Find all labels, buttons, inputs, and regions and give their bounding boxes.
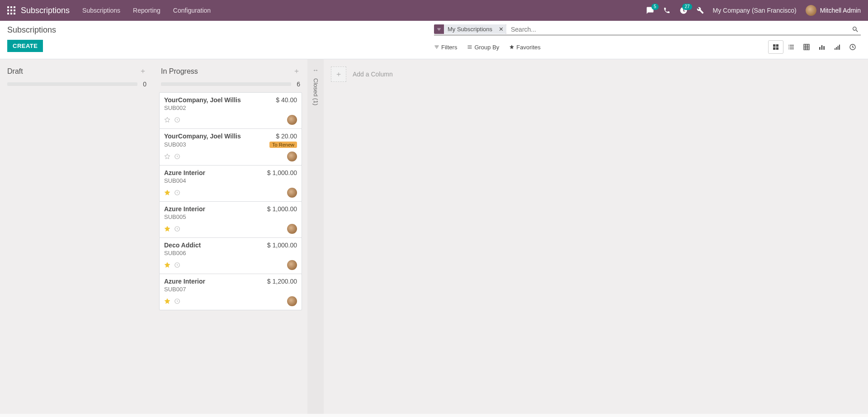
card-reference: SUB003 (164, 141, 186, 148)
priority-star[interactable] (164, 190, 170, 196)
facet-label: My Subscriptions (444, 24, 496, 34)
kanban-card[interactable]: Azure Interior $ 1,000.00 SUB004 (159, 165, 302, 202)
column-closed-folded[interactable]: ↔ Closed (1) (307, 59, 324, 414)
kanban-card[interactable]: YourCompany, Joel Willis $ 20.00 SUB003 … (159, 128, 302, 166)
activity-clock-icon[interactable] (174, 153, 180, 160)
create-button[interactable]: CREATE (7, 40, 43, 52)
apps-icon[interactable] (7, 6, 15, 14)
phone-icon[interactable] (663, 7, 670, 14)
column-quick-create[interactable]: ＋ (139, 66, 146, 76)
svg-rect-0 (7, 6, 9, 8)
activities-icon[interactable]: 27 (679, 6, 688, 14)
funnel-icon (434, 26, 444, 33)
main-navbar: Subscriptions Subscriptions Reporting Co… (0, 0, 868, 21)
priority-star[interactable] (164, 226, 170, 232)
svg-rect-18 (838, 46, 839, 50)
card-amount: $ 1,000.00 (267, 169, 297, 176)
kanban-card[interactable]: Deco Addict $ 1,000.00 SUB006 (159, 237, 302, 274)
svg-rect-17 (836, 47, 837, 50)
activity-clock-icon[interactable] (174, 190, 180, 196)
search-tools: Filters Group By Favorites (434, 44, 541, 51)
column-title[interactable]: Draft (7, 67, 139, 76)
column-count: 0 (141, 81, 146, 88)
search-area: My Subscriptions ✕ (434, 24, 861, 35)
facet-remove[interactable]: ✕ (496, 24, 506, 34)
company-switcher[interactable]: My Company (San Francisco) (713, 7, 797, 14)
svg-rect-1 (10, 6, 12, 8)
kanban-card[interactable]: Azure Interior $ 1,200.00 SUB007 (159, 274, 302, 310)
groupby-dropdown[interactable]: Group By (467, 44, 499, 51)
column-title[interactable]: In Progress (161, 67, 293, 76)
salesperson-avatar[interactable] (287, 260, 297, 270)
activity-clock-icon[interactable] (174, 298, 180, 304)
card-partner: YourCompany, Joel Willis (164, 96, 241, 104)
svg-rect-14 (821, 45, 823, 50)
debug-icon[interactable] (697, 7, 704, 14)
salesperson-avatar[interactable] (287, 152, 297, 161)
view-graph[interactable] (814, 40, 830, 54)
menu-configuration[interactable]: Configuration (173, 7, 211, 14)
card-reference: SUB006 (164, 250, 186, 256)
kanban-column: Draft ＋ 0 (0, 59, 154, 315)
view-pivot[interactable] (799, 40, 814, 54)
menu-reporting[interactable]: Reporting (133, 7, 160, 14)
add-column-area: ＋ Add a Column (324, 59, 400, 89)
breadcrumb: Subscriptions (7, 24, 434, 35)
search-icon[interactable] (850, 25, 861, 34)
kanban-card[interactable]: Azure Interior $ 1,000.00 SUB005 (159, 201, 302, 238)
card-amount: $ 1,000.00 (267, 205, 297, 213)
view-list[interactable] (783, 40, 799, 54)
column-count: 6 (295, 81, 300, 88)
nav-menu: Subscriptions Reporting Configuration (82, 7, 211, 14)
kanban-view: Draft ＋ 0 In Progress ＋ 6 YourCompany, J… (0, 59, 868, 414)
column-progressbar (161, 82, 291, 86)
salesperson-avatar[interactable] (287, 224, 297, 234)
add-column-label: Add a Column (353, 71, 393, 78)
card-amount: $ 1,200.00 (267, 278, 297, 285)
svg-rect-4 (10, 9, 12, 11)
column-progressbar (7, 82, 137, 86)
avatar-icon (806, 5, 816, 16)
card-reference: SUB005 (164, 213, 186, 220)
view-cohort[interactable] (830, 40, 845, 54)
view-kanban[interactable] (768, 40, 783, 54)
svg-rect-6 (7, 13, 9, 14)
salesperson-avatar[interactable] (287, 115, 297, 125)
card-partner: Deco Addict (164, 242, 201, 249)
app-brand[interactable]: Subscriptions (21, 6, 70, 15)
add-column-button[interactable]: ＋ (331, 66, 346, 82)
menu-subscriptions[interactable]: Subscriptions (82, 7, 120, 14)
priority-star[interactable] (164, 262, 170, 268)
kanban-column: In Progress ＋ 6 YourCompany, Joel Willis… (154, 59, 307, 315)
priority-star[interactable] (164, 298, 170, 304)
card-partner: Azure Interior (164, 205, 205, 213)
svg-rect-15 (823, 46, 825, 50)
svg-rect-2 (14, 6, 15, 8)
card-partner: YourCompany, Joel Willis (164, 133, 241, 140)
priority-star[interactable] (164, 153, 170, 160)
filters-label: Filters (441, 44, 457, 51)
column-quick-create[interactable]: ＋ (293, 66, 300, 76)
salesperson-avatar[interactable] (287, 296, 297, 306)
to-renew-tag: To Renew (269, 142, 297, 148)
activity-clock-icon[interactable] (174, 262, 180, 268)
svg-rect-16 (835, 48, 835, 50)
salesperson-avatar[interactable] (287, 188, 297, 198)
svg-rect-11 (773, 47, 775, 50)
discuss-icon[interactable]: 5 (646, 6, 654, 14)
activity-clock-icon[interactable] (174, 117, 180, 123)
groupby-label: Group By (474, 44, 499, 51)
kanban-card[interactable]: YourCompany, Joel Willis $ 40.00 SUB002 (159, 92, 302, 129)
systray: 5 27 My Company (San Francisco) Mitchell… (646, 5, 861, 16)
view-switcher (768, 40, 861, 54)
arrows-icon: ↔ (312, 66, 319, 74)
favorites-dropdown[interactable]: Favorites (509, 44, 540, 51)
control-panel: Subscriptions My Subscriptions ✕ CREATE (0, 21, 868, 59)
view-activity[interactable] (845, 40, 860, 54)
filters-dropdown[interactable]: Filters (434, 44, 457, 51)
user-menu[interactable]: Mitchell Admin (806, 5, 861, 16)
search-input[interactable] (509, 25, 850, 34)
activity-clock-icon[interactable] (174, 226, 180, 232)
svg-rect-5 (14, 9, 15, 11)
priority-star[interactable] (164, 117, 170, 123)
